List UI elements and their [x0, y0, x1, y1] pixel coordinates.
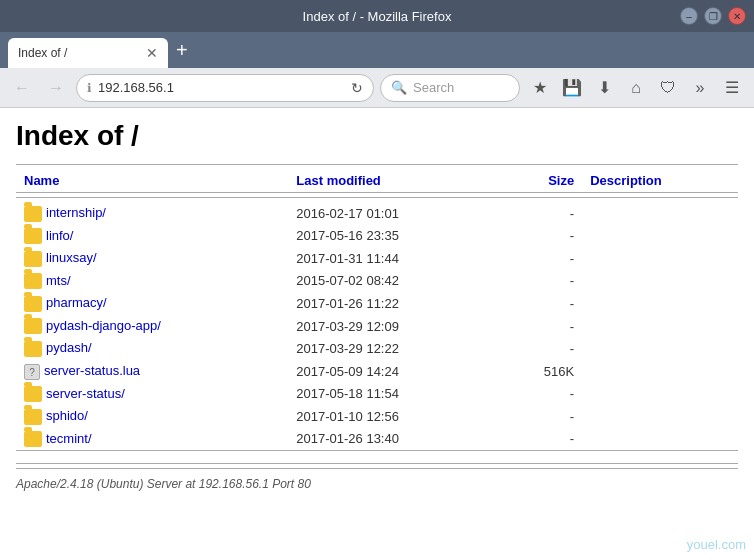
col-header-last-modified[interactable]: Last modified: [288, 169, 499, 193]
address-bar[interactable]: ℹ 192.168.56.1 ↻: [76, 74, 374, 102]
bookmark-star-button[interactable]: ★: [526, 74, 554, 102]
titlebar-title: Index of / - Mozilla Firefox: [303, 9, 452, 24]
header-divider: [16, 197, 738, 198]
last-modified-cell: 2017-01-26 11:22: [288, 292, 499, 315]
table-footer-row: [16, 451, 738, 469]
file-link[interactable]: linfo/: [46, 228, 73, 243]
folder-icon: [24, 318, 42, 334]
shield-button[interactable]: 🛡: [654, 74, 682, 102]
page-content: Index of / Name Last modified Size Descr…: [0, 108, 754, 560]
file-name-cell: server-status/: [16, 383, 288, 406]
search-bar[interactable]: 🔍 Search: [380, 74, 520, 102]
file-table: Name Last modified Size Description inte…: [16, 169, 738, 491]
restore-button[interactable]: ❒: [704, 7, 722, 25]
file-link[interactable]: sphido/: [46, 408, 88, 423]
file-name-cell: linfo/: [16, 225, 288, 248]
table-row: pydash/2017-03-29 12:22-: [16, 337, 738, 360]
size-cell: -: [500, 405, 583, 428]
folder-icon: [24, 228, 42, 244]
file-name-cell: pydash-django-app/: [16, 315, 288, 338]
file-link[interactable]: tecmint/: [46, 431, 92, 446]
table-row: sphido/2017-01-10 12:56-: [16, 405, 738, 428]
minimize-button[interactable]: –: [680, 7, 698, 25]
size-cell: -: [500, 383, 583, 406]
description-cell: [582, 360, 738, 383]
size-cell: -: [500, 270, 583, 293]
forward-button[interactable]: →: [42, 74, 70, 102]
new-tab-button[interactable]: +: [168, 39, 196, 62]
size-cell: -: [500, 247, 583, 270]
table-row: pharmacy/2017-01-26 11:22-: [16, 292, 738, 315]
file-link[interactable]: server-status.lua: [44, 363, 140, 378]
last-modified-cell: 2017-05-09 14:24: [288, 360, 499, 383]
unknown-file-icon: ?: [24, 364, 40, 380]
back-button[interactable]: ←: [8, 74, 36, 102]
menu-button[interactable]: ☰: [718, 74, 746, 102]
description-cell: [582, 337, 738, 360]
size-cell: -: [500, 292, 583, 315]
description-cell: [582, 247, 738, 270]
last-modified-cell: 2015-07-02 08:42: [288, 270, 499, 293]
table-row: mts/2015-07-02 08:42-: [16, 270, 738, 293]
description-cell: [582, 270, 738, 293]
file-name-cell: sphido/: [16, 405, 288, 428]
col-header-description[interactable]: Description: [582, 169, 738, 193]
file-link[interactable]: linuxsay/: [46, 250, 97, 265]
close-button[interactable]: ✕: [728, 7, 746, 25]
last-modified-cell: 2017-03-29 12:09: [288, 315, 499, 338]
footer-divider: [16, 463, 738, 464]
home-button[interactable]: ⌂: [622, 74, 650, 102]
file-link[interactable]: mts/: [46, 273, 71, 288]
last-modified-cell: 2017-03-29 12:22: [288, 337, 499, 360]
size-cell: 516K: [500, 360, 583, 383]
col-header-name[interactable]: Name: [16, 169, 288, 193]
table-row: server-status/2017-05-18 11:54-: [16, 383, 738, 406]
last-modified-cell: 2017-05-16 23:35: [288, 225, 499, 248]
table-row: ?server-status.lua2017-05-09 14:24516K: [16, 360, 738, 383]
description-cell: [582, 292, 738, 315]
file-link[interactable]: pharmacy/: [46, 295, 107, 310]
tab-close-button[interactable]: ✕: [146, 45, 158, 61]
table-row: pydash-django-app/2017-03-29 12:09-: [16, 315, 738, 338]
last-modified-cell: 2017-01-31 11:44: [288, 247, 499, 270]
folder-icon: [24, 206, 42, 222]
tabbar: Index of / ✕ +: [0, 32, 754, 68]
description-cell: [582, 315, 738, 338]
folder-icon: [24, 341, 42, 357]
size-cell: -: [500, 428, 583, 451]
download-button[interactable]: ⬇: [590, 74, 618, 102]
description-cell: [582, 225, 738, 248]
navbar: ← → ℹ 192.168.56.1 ↻ 🔍 Search ★ 💾 ⬇ ⌂ 🛡 …: [0, 68, 754, 108]
table-header-row: Name Last modified Size Description: [16, 169, 738, 193]
last-modified-cell: 2017-05-18 11:54: [288, 383, 499, 406]
table-row: linfo/2017-05-16 23:35-: [16, 225, 738, 248]
last-modified-cell: 2017-01-26 13:40: [288, 428, 499, 451]
file-link[interactable]: pydash-django-app/: [46, 318, 161, 333]
file-link[interactable]: server-status/: [46, 386, 125, 401]
top-divider: [16, 164, 738, 165]
folder-icon: [24, 431, 42, 447]
file-name-cell: pharmacy/: [16, 292, 288, 315]
size-cell: -: [500, 315, 583, 338]
search-placeholder: Search: [413, 80, 454, 95]
reload-button[interactable]: ↻: [351, 80, 363, 96]
col-header-size[interactable]: Size: [500, 169, 583, 193]
server-info-row: Apache/2.4.18 (Ubuntu) Server at 192.168…: [16, 469, 738, 492]
folder-icon: [24, 273, 42, 289]
file-name-cell: internship/: [16, 202, 288, 225]
address-text: 192.168.56.1: [98, 80, 345, 95]
more-tools-button[interactable]: »: [686, 74, 714, 102]
server-info: Apache/2.4.18 (Ubuntu) Server at 192.168…: [16, 469, 738, 492]
active-tab[interactable]: Index of / ✕: [8, 38, 168, 68]
folder-icon: [24, 386, 42, 402]
info-icon: ℹ: [87, 81, 92, 95]
folder-icon: [24, 296, 42, 312]
tab-label: Index of /: [18, 46, 67, 60]
save-page-button[interactable]: 💾: [558, 74, 586, 102]
file-link[interactable]: pydash/: [46, 340, 92, 355]
file-name-cell: linuxsay/: [16, 247, 288, 270]
size-cell: -: [500, 202, 583, 225]
size-cell: -: [500, 337, 583, 360]
file-link[interactable]: internship/: [46, 205, 106, 220]
description-cell: [582, 383, 738, 406]
